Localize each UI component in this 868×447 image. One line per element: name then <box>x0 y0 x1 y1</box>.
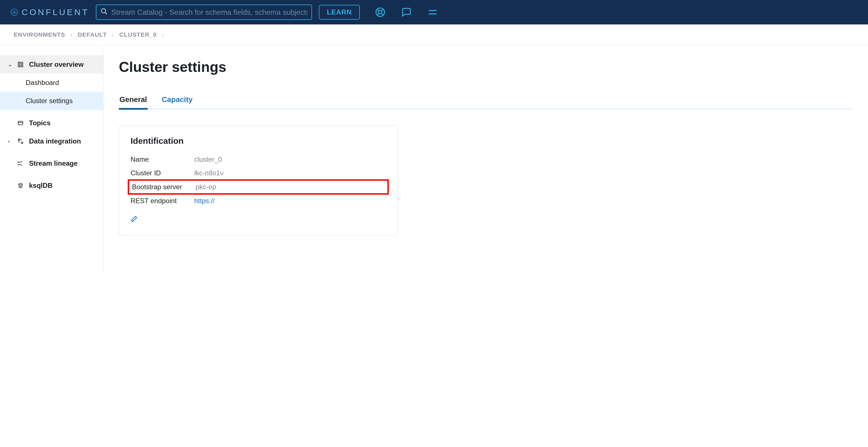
field-value: cluster_0 <box>194 156 222 163</box>
row-rest-endpoint: REST endpoint https:// <box>130 194 386 208</box>
breadcrumb: ENVIRONMENTS › DEFAULT › CLUSTER_0 › <box>0 25 868 45</box>
sidebar-item-cluster-overview[interactable]: ⌄ Cluster overview <box>0 56 103 74</box>
row-cluster-id: Cluster ID lkc-n8o1v <box>130 166 386 180</box>
svg-point-15 <box>18 162 19 163</box>
svg-rect-7 <box>18 62 20 64</box>
edit-icon[interactable] <box>130 215 138 223</box>
card-heading: Identification <box>130 136 386 146</box>
learn-button[interactable]: LEARN <box>319 5 360 20</box>
chevron-right-icon: › <box>162 31 164 38</box>
topics-icon <box>17 119 25 127</box>
sidebar-item-label: Stream lineage <box>29 160 78 167</box>
feedback-icon[interactable] <box>401 6 412 18</box>
lineage-icon <box>17 160 25 167</box>
tab-capacity[interactable]: Capacity <box>161 95 193 109</box>
brand-name: CONFLUENT <box>22 7 89 17</box>
field-label: Bootstrap server <box>132 183 196 191</box>
rest-endpoint-link[interactable]: https:// <box>194 197 215 205</box>
field-label: REST endpoint <box>130 197 194 205</box>
tab-general[interactable]: General <box>119 95 148 109</box>
svg-rect-10 <box>21 65 23 67</box>
brand-logo[interactable]: CONFLUENT <box>10 7 89 17</box>
sidebar-item-label: Cluster overview <box>29 61 84 68</box>
breadcrumb-environments[interactable]: ENVIRONMENTS <box>14 31 65 38</box>
row-name: Name cluster_0 <box>130 152 386 166</box>
breadcrumb-default[interactable]: DEFAULT <box>78 31 107 38</box>
sidebar-item-data-integration[interactable]: › Data integration <box>0 132 103 150</box>
sidebar-item-ksqldb[interactable]: ksqlDB <box>0 176 103 195</box>
tabs: General Capacity <box>119 95 852 110</box>
chevron-right-icon: › <box>112 31 114 38</box>
chevron-down-icon: ⌄ <box>8 61 12 68</box>
help-icon[interactable] <box>375 6 386 18</box>
svg-line-2 <box>105 12 107 14</box>
field-label: Cluster ID <box>130 169 194 177</box>
sidebar: ⌄ Cluster overview Dashboard Cluster set… <box>0 45 103 273</box>
row-bootstrap-server: Bootstrap server pkc-ep <box>128 179 389 195</box>
sidebar-item-label: Topics <box>29 119 51 127</box>
svg-rect-9 <box>18 65 20 67</box>
overview-icon <box>17 61 25 68</box>
svg-point-1 <box>101 8 106 13</box>
sidebar-item-topics[interactable]: Topics <box>0 114 103 132</box>
sidebar-item-label: ksqlDB <box>29 181 53 190</box>
ksqldb-icon <box>17 181 25 190</box>
confluent-logo-icon <box>10 8 18 16</box>
integration-icon <box>17 137 25 145</box>
sidebar-item-label: Dashboard <box>26 79 59 87</box>
chevron-right-icon: › <box>8 138 12 144</box>
svg-point-13 <box>18 139 20 141</box>
identification-card: Identification Name cluster_0 Cluster ID… <box>119 126 398 236</box>
stream-catalog-search[interactable] <box>96 5 312 20</box>
app-header: CONFLUENT LEARN <box>0 0 868 25</box>
chevron-right-icon: › <box>70 31 72 38</box>
main-content: Cluster settings General Capacity Identi… <box>103 45 868 273</box>
breadcrumb-cluster[interactable]: CLUSTER_0 <box>119 31 157 38</box>
svg-point-16 <box>18 165 19 165</box>
svg-rect-11 <box>18 121 23 125</box>
sidebar-item-stream-lineage[interactable]: Stream lineage <box>0 154 103 172</box>
sidebar-item-label: Data integration <box>29 137 81 145</box>
sidebar-item-cluster-settings[interactable]: Cluster settings <box>0 92 103 110</box>
field-value: lkc-n8o1v <box>194 169 223 177</box>
search-icon <box>100 8 108 17</box>
field-value: pkc-ep <box>196 183 216 191</box>
menu-icon[interactable] <box>427 6 438 18</box>
sidebar-item-label: Cluster settings <box>26 97 72 105</box>
svg-point-14 <box>21 142 23 144</box>
field-label: Name <box>130 156 194 163</box>
page-title: Cluster settings <box>119 59 852 75</box>
search-input[interactable] <box>111 8 307 17</box>
svg-point-4 <box>378 10 382 14</box>
sidebar-item-dashboard[interactable]: Dashboard <box>0 74 103 92</box>
svg-rect-8 <box>21 62 23 64</box>
